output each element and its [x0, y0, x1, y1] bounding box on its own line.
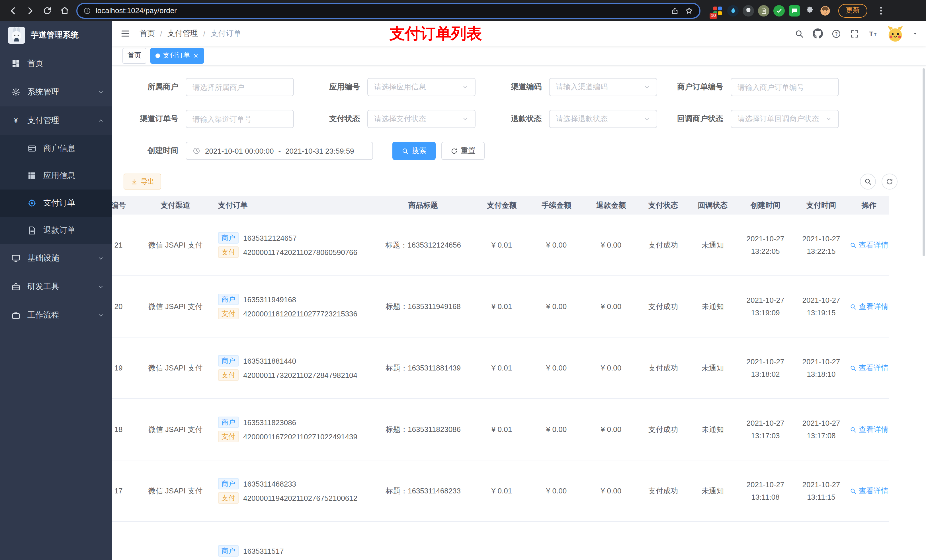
search-icon[interactable] — [794, 29, 804, 38]
sidebar-item-payment[interactable]: 支付管理 — [0, 106, 112, 135]
sidebar-item-refund-order[interactable]: 退款订单 — [0, 217, 112, 244]
table-row: 17 微信 JSAPI 支付 商户 1635311468233 支付 42000… — [112, 460, 889, 522]
browser-home-icon[interactable] — [56, 2, 73, 19]
breadcrumb-payment[interactable]: 支付管理 — [168, 29, 198, 39]
tab-home[interactable]: 首页 — [123, 48, 146, 63]
col-create-time: 创建时间 — [737, 196, 793, 214]
refund-status-select[interactable]: 请选择退款状态 — [549, 110, 657, 128]
sidebar-item-workflow[interactable]: 工作流程 — [0, 301, 112, 329]
search-icon — [864, 178, 872, 186]
cell-status: 支付成功 — [639, 214, 688, 276]
close-tab-icon[interactable] — [193, 53, 199, 58]
chrome-update-button[interactable]: 更新 — [838, 4, 867, 17]
cell-notify: 未通知 — [688, 337, 737, 398]
card-icon — [27, 144, 36, 153]
extension-icon-1[interactable]: 10 — [712, 5, 723, 16]
address-bar[interactable]: localhost:1024/pay/order — [76, 3, 701, 18]
sidebar-item-dev-tools[interactable]: 研发工具 — [0, 273, 112, 301]
cell-title: 标题：1635311949168 — [372, 276, 474, 337]
extensions-puzzle-icon[interactable] — [804, 5, 816, 16]
chevron-down-icon — [643, 84, 651, 91]
page-content: 所属商户 应用编号 请选择应用信息 渠道编码 请输入渠道编码 商户订单编号 — [112, 65, 926, 560]
pay-status-select[interactable]: 请选择支付状态 — [367, 110, 475, 128]
merchant-input[interactable] — [186, 78, 294, 96]
extension-icon-4[interactable] — [758, 5, 769, 16]
magnifier-icon — [850, 303, 856, 310]
user-avatar[interactable] — [887, 25, 904, 42]
col-refund: 退款金额 — [584, 196, 639, 214]
profile-memoji-icon[interactable] — [820, 5, 831, 16]
cell-create-time: 2021-10-2713:19:09 — [737, 276, 793, 337]
browser-forward-icon[interactable] — [22, 2, 39, 19]
channel-order-no-input[interactable] — [186, 110, 294, 128]
app-logo[interactable]: 芋道管理系统 — [0, 21, 112, 50]
share-icon[interactable] — [671, 6, 679, 15]
help-icon[interactable] — [831, 29, 841, 38]
callback-status-select[interactable]: 请选择订单回调商户状态 — [731, 110, 839, 128]
pay-tag: 支付 — [218, 492, 239, 504]
cell-channel — [144, 522, 207, 560]
url-text[interactable]: localhost:1024/pay/order — [96, 6, 671, 15]
create-time-range[interactable]: 2021-10-01 00:00:00 - 2021-10-31 23:59:5… — [186, 142, 373, 160]
sidebar-item-system[interactable]: 系统管理 — [0, 78, 112, 106]
col-amount: 支付金额 — [474, 196, 529, 214]
tab-pay-order[interactable]: 支付订单 — [150, 48, 204, 63]
extension-badge: 10 — [710, 13, 717, 18]
merchant-no: 1635311949168 — [243, 295, 296, 303]
export-button[interactable]: 导出 — [124, 174, 161, 190]
pay-tag: 支付 — [218, 308, 239, 319]
pay-no: 4200001181202110277723215336 — [243, 309, 357, 318]
table-row: 19 微信 JSAPI 支付 商户 1635311881440 支付 42000… — [112, 337, 889, 398]
cell-status — [639, 522, 688, 560]
sidebar-item-merchant-info[interactable]: 商户信息 — [0, 135, 112, 162]
sidebar-item-pay-order[interactable]: 支付订单 — [0, 190, 112, 217]
view-detail-link[interactable]: 查看详情 — [850, 301, 888, 312]
app-no-select[interactable]: 请选择应用信息 — [367, 78, 475, 96]
vertical-scrollbar[interactable] — [923, 68, 925, 256]
browser-reload-icon[interactable] — [39, 2, 56, 19]
browser-menu-icon[interactable] — [876, 5, 886, 16]
reset-button[interactable]: 重置 — [441, 142, 485, 160]
table-body: 21 微信 JSAPI 支付 商户 1635312124657 支付 42000… — [112, 214, 889, 560]
extension-icon-6[interactable] — [789, 5, 800, 16]
search-button[interactable]: 搜索 — [392, 142, 436, 160]
view-detail-link[interactable]: 查看详情 — [850, 363, 888, 373]
col-status: 支付状态 — [639, 196, 688, 214]
sidebar-item-infra[interactable]: 基础设施 — [0, 244, 112, 273]
cell-create-time: 2021-10-2713:11:08 — [737, 460, 793, 522]
payment-submenu: 商户信息 应用信息 支付订单 退款订单 — [0, 135, 112, 244]
chevron-down-icon — [97, 89, 104, 96]
user-caret-icon[interactable] — [912, 31, 918, 36]
cell-amount — [474, 522, 529, 560]
font-size-icon[interactable] — [868, 29, 878, 39]
merchant-tag: 商户 — [218, 417, 239, 428]
breadcrumb: 首页 / 支付管理 / 支付订单 — [139, 29, 241, 39]
view-detail-link[interactable]: 查看详情 — [850, 486, 888, 496]
channel-code-select[interactable]: 请输入渠道编码 — [549, 78, 657, 96]
sidebar-item-home[interactable]: 首页 — [0, 50, 112, 78]
cell-action: 查看详情 — [849, 337, 889, 398]
cell-fee: ¥ 0.00 — [529, 460, 584, 522]
extension-icon-3[interactable] — [743, 5, 754, 16]
merchant-order-no-input[interactable] — [731, 78, 839, 96]
chevron-down-icon — [825, 116, 832, 122]
chevron-down-icon — [97, 284, 104, 290]
breadcrumb-home[interactable]: 首页 — [139, 29, 155, 39]
filter-callback-status: 回调商户状态 请选择订单回调商户状态 — [669, 110, 839, 128]
site-info-icon[interactable] — [83, 6, 91, 15]
extension-icon-5[interactable] — [773, 5, 785, 16]
hamburger-icon[interactable] — [120, 29, 130, 39]
extension-icon-2[interactable] — [727, 5, 738, 16]
clock-icon — [192, 147, 200, 155]
refresh-table-button[interactable] — [882, 174, 897, 190]
download-icon — [130, 178, 138, 185]
sidebar-item-app-info[interactable]: 应用信息 — [0, 162, 112, 190]
view-detail-link[interactable]: 查看详情 — [850, 240, 888, 250]
bookmark-star-icon[interactable] — [684, 6, 694, 15]
toggle-search-button[interactable] — [860, 174, 876, 190]
cell-amount: ¥ 0.01 — [474, 214, 529, 276]
browser-back-icon[interactable] — [5, 2, 22, 19]
github-icon[interactable] — [813, 29, 823, 39]
view-detail-link[interactable]: 查看详情 — [850, 424, 888, 435]
fullscreen-icon[interactable] — [850, 29, 859, 38]
